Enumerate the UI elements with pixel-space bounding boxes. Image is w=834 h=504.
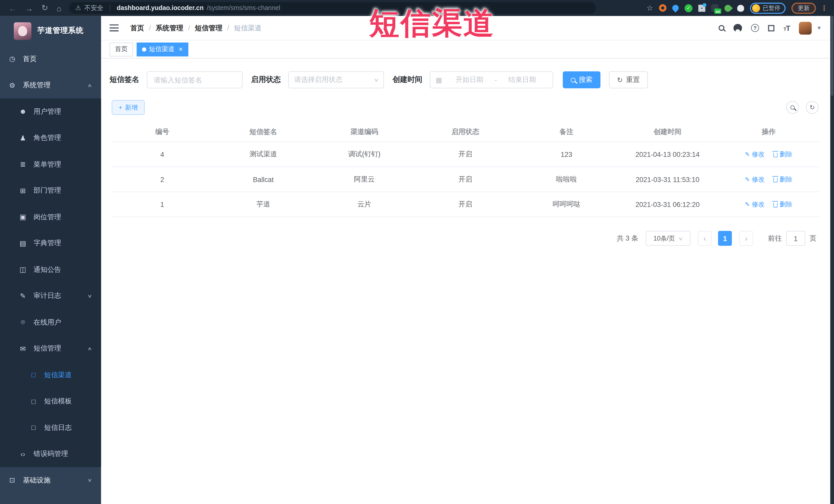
sidebar-item-menus[interactable]: ≣ 菜单管理 (0, 151, 101, 177)
home-icon[interactable]: ⌂ (57, 3, 62, 12)
not-secure-warning-icon[interactable]: ⚠ (75, 4, 81, 12)
search-icon (571, 77, 575, 82)
close-icon[interactable]: × (179, 45, 183, 53)
sidebar-item-infra[interactable]: ⊡ 基础设施 ∨ (0, 467, 101, 494)
delete-link[interactable]: 删除 (773, 150, 792, 159)
sidebar-item-notices[interactable]: ◫ 通知公告 (0, 257, 101, 283)
page-suffix: 页 (810, 234, 816, 243)
extension-ghost-icon[interactable] (737, 5, 744, 12)
scrollbar-thumb[interactable] (831, 16, 833, 96)
sidebar-item-system[interactable]: ⚙ 系统管理 ∧ (0, 72, 101, 98)
browser-update-button[interactable]: 更新 (791, 2, 816, 14)
extension-orange-ring-icon[interactable] (659, 4, 666, 12)
col-code: 渠道编码 (314, 127, 415, 137)
code-icon: ‹› (19, 450, 27, 458)
sidebar-item-dicts[interactable]: ▤ 字典管理 (0, 230, 101, 257)
add-button[interactable]: + 新增 (112, 100, 145, 115)
status-select[interactable]: 请选择启用状态 ∨ (288, 71, 384, 88)
edit-pen-icon: ✎ (745, 151, 750, 158)
emoji-face-icon (752, 4, 760, 12)
col-remark: 备注 (516, 127, 617, 137)
page-jump-input[interactable] (786, 231, 806, 246)
sidebar: 芋道管理系统 ◷ 首页 ⚙ 系统管理 ∧ ☻ 用户管理 ♟ 角色管理 ≣ 菜单管… (0, 16, 101, 504)
briefcase-icon: ▣ (19, 213, 27, 221)
browser-menu-icon[interactable]: ⋮ (821, 4, 828, 12)
reset-button[interactable]: ↻ 重置 (609, 71, 648, 88)
edit-link[interactable]: ✎修改 (745, 200, 765, 209)
delete-link[interactable]: 删除 (773, 200, 792, 209)
extension-green-check-icon[interactable]: ✓ (685, 4, 693, 12)
delete-link[interactable]: 删除 (773, 175, 792, 184)
font-size-icon[interactable]: TT (784, 24, 790, 32)
prev-page-button[interactable]: ‹ (698, 231, 712, 246)
breadcrumb-system[interactable]: 系统管理 (156, 23, 183, 32)
toggle-search-button[interactable] (786, 101, 799, 114)
search-form: 短信签名 启用状态 请选择启用状态 ∨ 创建时间 ▦ 开始日期 - 结束日期 搜… (101, 71, 830, 88)
date-range-picker[interactable]: ▦ 开始日期 - 结束日期 (430, 71, 553, 88)
forward-icon[interactable]: → (25, 3, 33, 12)
breadcrumb-sms[interactable]: 短信管理 (195, 23, 223, 32)
sidebar-item-error-codes[interactable]: ‹› 错误码管理 (0, 441, 101, 467)
chevron-down-icon: ∨ (87, 293, 92, 298)
next-page-button[interactable]: › (739, 231, 753, 246)
sidebar-item-online-users[interactable]: ⌾ 在线用户 (0, 309, 101, 335)
extension-grid-icon[interactable] (699, 5, 705, 12)
breadcrumb: 首页 / 系统管理 / 短信管理 / 短信渠道 (130, 23, 262, 32)
cell-id: 4 (112, 150, 213, 158)
extension-switch-icon[interactable]: on (711, 4, 719, 12)
sidebar-item-roles[interactable]: ♟ 角色管理 (0, 125, 101, 151)
user-icon: ☻ (19, 108, 27, 115)
page-1-button[interactable]: 1 (718, 231, 732, 246)
page-scrollbar[interactable] (830, 16, 834, 504)
paused-label: 已暂停 (763, 4, 780, 12)
table-toolbar: + 新增 ↻ (101, 100, 830, 115)
breadcrumb-home[interactable]: 首页 (130, 23, 144, 32)
extension-location-pin-icon[interactable] (671, 3, 680, 12)
paused-extension-badge[interactable]: 已暂停 (750, 2, 786, 14)
edit-link[interactable]: ✎修改 (745, 150, 765, 159)
tab-home[interactable]: 首页 (110, 42, 133, 56)
bookmark-star-icon[interactable]: ☆ (646, 4, 653, 12)
edit-link[interactable]: ✎修改 (745, 175, 765, 184)
cell-created: 2021-04-13 00:23:14 (617, 150, 718, 158)
sign-input[interactable] (147, 71, 243, 88)
chevron-down-icon: ∨ (87, 478, 92, 483)
date-start-placeholder[interactable]: 开始日期 (444, 75, 495, 85)
reload-icon[interactable]: ↻ (42, 3, 48, 13)
sidebar-item-posts[interactable]: ▣ 岗位管理 (0, 204, 101, 230)
announcement-icon: ◫ (19, 265, 27, 273)
refresh-table-button[interactable]: ↻ (806, 101, 818, 114)
sidebar-item-sms[interactable]: ✉ 短信管理 ∧ (0, 335, 101, 362)
search-button[interactable]: 搜索 (563, 71, 600, 88)
sidebar-item-sms-template[interactable]: □ 短信模板 (0, 388, 101, 415)
date-end-placeholder[interactable]: 结束日期 (497, 75, 547, 85)
breadcrumb-separator: / (149, 24, 151, 32)
github-icon[interactable] (733, 24, 742, 32)
sidebar-item-sms-channel[interactable]: □ 短信渠道 (0, 362, 101, 388)
search-icon[interactable] (719, 25, 724, 31)
sidebar-item-home[interactable]: ◷ 首页 (0, 46, 101, 72)
sidebar-item-depts[interactable]: ⊞ 部门管理 (0, 177, 101, 204)
system-submenu: ☻ 用户管理 ♟ 角色管理 ≣ 菜单管理 ⊞ 部门管理 ▣ 岗位管理 ▤ 字典管… (0, 98, 101, 467)
hamburger-icon[interactable] (110, 24, 118, 31)
tab-sms-channel[interactable]: 短信渠道 × (137, 42, 188, 56)
address-bar[interactable]: ⚠ 不安全 dashboard.yudao.iocoder.cn/system/… (69, 2, 595, 14)
back-icon[interactable]: ← (8, 3, 17, 12)
sidebar-item-users[interactable]: ☻ 用户管理 (0, 98, 101, 125)
extension-leaf-icon[interactable] (723, 3, 733, 13)
fullscreen-icon[interactable] (768, 25, 774, 31)
cell-id: 1 (112, 200, 213, 208)
page-size-select[interactable]: 10条/页 ∨ (645, 231, 690, 246)
edit-pen-icon: ✎ (745, 201, 750, 208)
sidebar-item-sms-log[interactable]: □ 短信日志 (0, 414, 101, 441)
trash-icon (773, 202, 777, 207)
avatar[interactable] (799, 22, 812, 35)
sidebar-item-audit-logs[interactable]: ✎ 审计日志 ∨ (0, 283, 101, 309)
breadcrumb-separator: / (227, 24, 229, 32)
col-status: 启用状态 (415, 127, 516, 137)
help-icon[interactable]: ? (751, 24, 759, 32)
app-logo[interactable]: 芋道管理系统 (0, 16, 101, 46)
table-row: 2 Ballcat 阿里云 开启 啦啦啦 2021-03-31 11:53:10… (112, 167, 819, 192)
calendar-icon: ▦ (436, 76, 442, 84)
chevron-down-icon[interactable]: ▼ (816, 25, 822, 31)
